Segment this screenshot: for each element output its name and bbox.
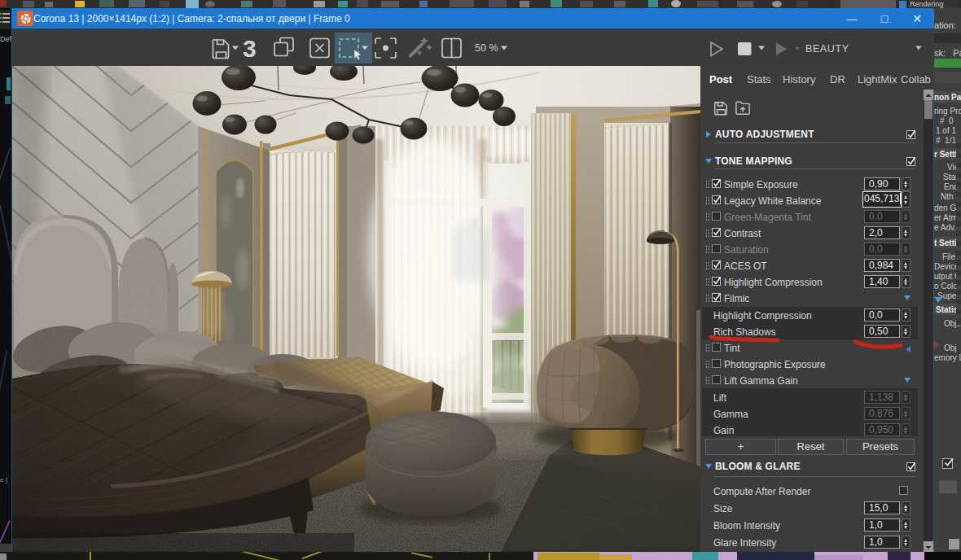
svg-text:3: 3 <box>243 35 257 62</box>
svg-text:50 %: 50 % <box>475 42 498 54</box>
svg-text:BEAUTY: BEAUTY <box>805 43 849 55</box>
